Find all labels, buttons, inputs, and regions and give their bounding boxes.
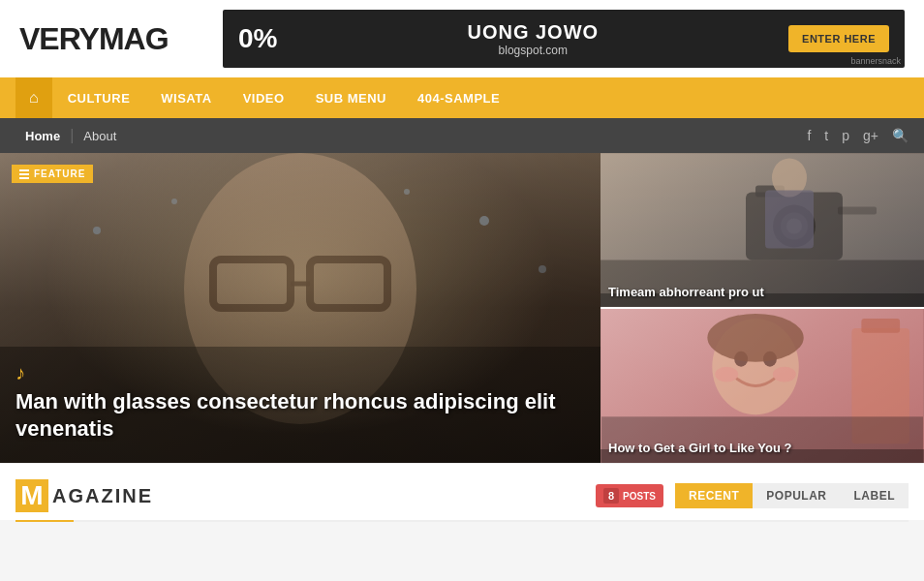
- feature-line-2: [19, 173, 29, 175]
- nav-social-icons: f t p g+ 🔍: [807, 128, 909, 143]
- ad-credit: bannersnack: [850, 56, 901, 66]
- facebook-icon[interactable]: f: [807, 128, 811, 143]
- ad-title: UONG JOWO: [289, 21, 777, 44]
- side-top-overlay: Timeam abhorreant pro ut: [601, 293, 924, 307]
- title-underline: [15, 520, 909, 522]
- feature-line-3: [19, 177, 29, 179]
- tab-group: RECENT POPULAR LABEL: [675, 483, 909, 508]
- posts-count: 8: [603, 488, 619, 504]
- googleplus-icon[interactable]: g+: [863, 128, 878, 143]
- search-icon[interactable]: 🔍: [892, 128, 909, 143]
- nav-link-home[interactable]: Home: [15, 118, 70, 153]
- magazine-title-wrap: M AGAZINE: [15, 479, 153, 512]
- nav-link-about[interactable]: About: [74, 118, 126, 153]
- hero-caption: ♪ Man with glasses consectetur rhoncus a…: [15, 362, 585, 443]
- nav-item-video[interactable]: VIDEO: [228, 77, 300, 118]
- tab-recent[interactable]: RECENT: [675, 483, 753, 508]
- nav-item-wisata[interactable]: WISATA: [145, 77, 227, 118]
- svg-point-5: [93, 227, 101, 234]
- posts-badge: 8 POSTS: [596, 484, 663, 507]
- hero-main-image[interactable]: FEATURE ♪ Man with glasses consectetur r…: [0, 153, 601, 463]
- feature-badge-icon: [19, 169, 29, 179]
- hero-side-bottom-image[interactable]: How to Get a Girl to Like You ?: [601, 309, 924, 463]
- feature-badge-text: FEATURE: [34, 168, 85, 179]
- tab-label[interactable]: LABEL: [841, 483, 909, 508]
- nav-home-icon[interactable]: ⌂: [15, 77, 52, 118]
- svg-point-7: [479, 216, 489, 226]
- twitter-icon[interactable]: t: [824, 128, 828, 143]
- ad-subtitle: blogspot.com: [289, 44, 777, 57]
- ad-button[interactable]: ENTER HERE: [788, 25, 889, 52]
- site-logo[interactable]: VERYMAG: [19, 21, 194, 57]
- ad-percent: 0%: [238, 25, 277, 52]
- magazine-controls: 8 POSTS RECENT POPULAR LABEL: [596, 483, 909, 508]
- svg-point-27: [773, 367, 796, 382]
- nav-secondary: Home | About f t p g+ 🔍: [0, 118, 924, 153]
- side-bottom-overlay: How to Get a Girl to Like You ?: [601, 449, 924, 463]
- ad-text: UONG JOWO blogspot.com: [277, 21, 788, 57]
- hero-section: FEATURE ♪ Man with glasses consectetur r…: [0, 153, 924, 463]
- nav-primary: ⌂ CULTURE WISATA VIDEO SUB MENU 404-SAMP…: [0, 77, 924, 118]
- posts-label: POSTS: [623, 491, 656, 502]
- side-top-caption: Timeam abhorreant pro ut: [608, 285, 916, 299]
- hero-sidebar: Timeam abhorreant pro ut: [601, 153, 924, 463]
- feature-badge: FEATURE: [12, 165, 93, 183]
- ad-banner[interactable]: 0% UONG JOWO blogspot.com ENTER HERE ban…: [223, 10, 905, 68]
- side-bottom-caption: How to Get a Girl to Like You ?: [608, 441, 916, 455]
- nav-item-404sample[interactable]: 404-SAMPLE: [402, 77, 515, 118]
- nav-secondary-links: Home | About: [15, 118, 126, 153]
- svg-rect-19: [838, 207, 877, 215]
- tab-popular[interactable]: POPULAR: [753, 483, 840, 508]
- svg-point-9: [539, 265, 546, 273]
- svg-point-6: [171, 199, 177, 204]
- pinterest-icon[interactable]: p: [842, 128, 849, 143]
- svg-point-8: [404, 189, 410, 195]
- svg-point-25: [707, 314, 803, 362]
- caption-music-icon: ♪: [15, 362, 585, 384]
- magazine-title-text: AGAZINE: [52, 485, 153, 507]
- nav-item-culture[interactable]: CULTURE: [52, 77, 146, 118]
- ad-banner-wrapper: 0% UONG JOWO blogspot.com ENTER HERE ban…: [223, 10, 905, 68]
- svg-rect-18: [765, 191, 814, 249]
- nav-item-submenu[interactable]: SUB MENU: [300, 77, 402, 118]
- hero-main-caption-text: Man with glasses consectetur rhoncus adi…: [15, 388, 585, 443]
- hero-side-top-image[interactable]: Timeam abhorreant pro ut: [601, 153, 924, 309]
- svg-rect-29: [861, 319, 900, 333]
- magazine-section: M AGAZINE 8 POSTS RECENT POPULAR LABEL: [0, 463, 924, 520]
- header: VERYMAG 0% UONG JOWO blogspot.com ENTER …: [0, 0, 924, 77]
- feature-line-1: [19, 169, 29, 171]
- svg-point-26: [715, 367, 738, 382]
- magazine-letter: M: [15, 479, 48, 512]
